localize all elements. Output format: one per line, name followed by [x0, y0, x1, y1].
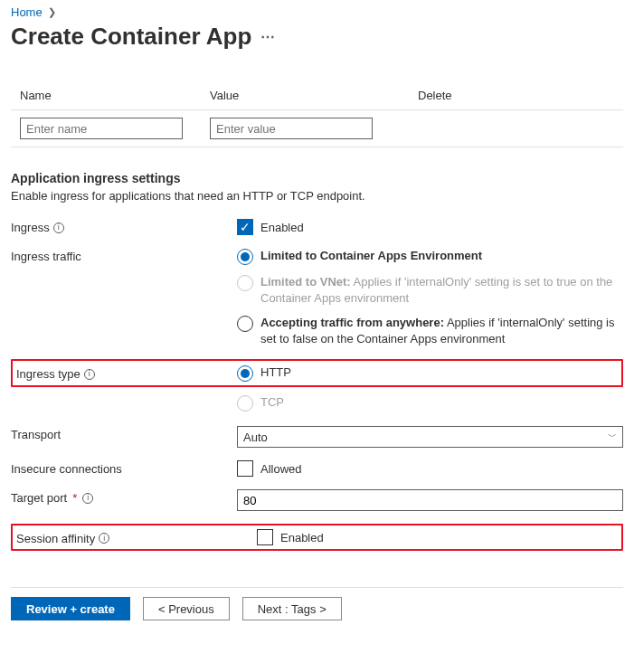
ingress-type-label: Ingress type i: [16, 365, 237, 381]
radio-text: Accepting traffic from anywhere: Applies…: [260, 315, 623, 346]
session-affinity-text: Enabled: [280, 531, 324, 544]
radio-anywhere[interactable]: Accepting traffic from anywhere: Applies…: [237, 315, 623, 346]
env-var-row: [11, 110, 623, 147]
target-port-input[interactable]: [237, 489, 623, 511]
insecure-allowed-checkbox[interactable]: Allowed: [237, 460, 623, 477]
session-affinity-checkbox[interactable]: Enabled: [257, 529, 618, 545]
radio-text: TCP: [260, 394, 284, 411]
target-port-label: Target port * i: [11, 489, 237, 505]
env-var-header: Name Value Delete: [11, 80, 623, 109]
insecure-label: Insecure connections: [11, 460, 237, 476]
breadcrumb-home-link[interactable]: Home: [11, 5, 43, 19]
radio-icon: [237, 365, 253, 382]
checkbox-icon: [257, 529, 273, 545]
previous-button[interactable]: < Previous: [143, 597, 230, 620]
radio-text: HTTP: [260, 364, 291, 381]
env-value-input[interactable]: [210, 118, 373, 139]
ingress-label: Ingress i: [11, 219, 237, 234]
session-affinity-row: Session affinity i Enabled: [11, 524, 623, 551]
session-affinity-label: Session affinity i: [16, 530, 257, 545]
ingress-enabled-text: Enabled: [260, 221, 304, 234]
radio-icon: [237, 249, 253, 265]
radio-limited-env[interactable]: Limited to Container Apps Environment: [237, 248, 623, 265]
radio-text: Limited to Container Apps Environment: [260, 248, 482, 264]
divider: [11, 147, 623, 147]
radio-text: Limited to VNet: Applies if 'internalOnl…: [260, 274, 623, 306]
transport-label: Transport: [11, 426, 237, 441]
review-create-button[interactable]: Review + create: [11, 597, 130, 620]
info-icon[interactable]: i: [82, 493, 93, 504]
chevron-down-icon: ﹀: [608, 431, 617, 443]
checkbox-icon: ✓: [237, 219, 253, 235]
radio-icon: [237, 395, 253, 412]
wizard-footer: Review + create < Previous Next : Tags >: [11, 587, 623, 629]
next-button[interactable]: Next : Tags >: [242, 597, 342, 620]
ingress-traffic-label: Ingress traffic: [11, 248, 237, 263]
info-icon[interactable]: i: [99, 533, 109, 544]
info-icon[interactable]: i: [53, 222, 64, 233]
radio-icon: [237, 275, 253, 291]
transport-value: Auto: [243, 431, 268, 444]
col-header-value: Value: [210, 89, 418, 102]
col-header-name: Name: [20, 89, 210, 102]
breadcrumb: Home ❯: [11, 0, 623, 21]
page-title-text: Create Container App: [11, 23, 251, 51]
spacer: [11, 394, 237, 396]
ingress-type-row: Ingress type i HTTP: [11, 359, 623, 387]
info-icon[interactable]: i: [84, 369, 95, 380]
transport-select[interactable]: Auto ﹀: [237, 426, 623, 448]
section-title: Application ingress settings: [11, 171, 623, 185]
radio-http[interactable]: HTTP: [237, 364, 618, 382]
page-title: Create Container App ⋯: [11, 23, 623, 51]
radio-limited-vnet: Limited to VNet: Applies if 'internalOnl…: [237, 274, 623, 306]
ingress-enabled-checkbox[interactable]: ✓ Enabled: [237, 219, 623, 235]
col-header-delete: Delete: [418, 89, 623, 102]
checkbox-icon: [237, 460, 253, 477]
more-icon[interactable]: ⋯: [260, 28, 276, 45]
radio-tcp: TCP: [237, 394, 623, 412]
radio-icon: [237, 316, 253, 332]
section-desc: Enable ingress for applications that nee…: [11, 189, 623, 203]
env-name-input[interactable]: [20, 118, 183, 139]
chevron-right-icon: ❯: [48, 6, 56, 18]
insecure-allowed-text: Allowed: [260, 462, 302, 476]
